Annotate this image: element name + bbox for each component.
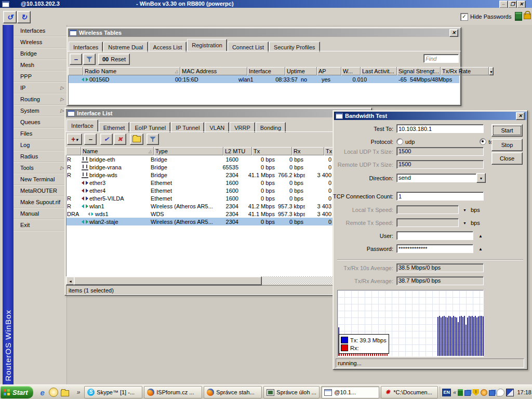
clock-icon[interactable] — [49, 388, 58, 397]
col-flags[interactable] — [68, 67, 83, 75]
col-type[interactable]: Type — [154, 147, 223, 155]
start-button[interactable]: Start — [491, 124, 523, 137]
tab-eoip-tunnel[interactable]: EoIP Tunnel — [130, 122, 170, 132]
collapse-up-icon[interactable] — [478, 246, 483, 251]
filter-button[interactable] — [147, 134, 159, 145]
sidebar-item-mesh[interactable]: Mesh — [14, 59, 66, 71]
close-dialog-button[interactable]: Close — [491, 152, 523, 165]
maximize-button[interactable] — [508, 1, 517, 8]
disable-button[interactable] — [114, 134, 126, 145]
undo-button[interactable] — [3, 11, 17, 23]
wireless-tables-titlebar[interactable]: Wireless Tables — [68, 29, 460, 37]
direction-select[interactable]: send — [396, 174, 476, 182]
sidebar-item-new-terminal[interactable]: New Terminal — [14, 174, 66, 185]
more-toolbar-button[interactable] — [77, 389, 81, 395]
sidebar-item-interfaces[interactable]: Interfaces — [14, 25, 66, 36]
col-l2mtu[interactable]: L2 MTU — [223, 147, 252, 155]
hscrollbar[interactable] — [66, 276, 370, 284]
table-row[interactable]: R ether5-VILDA Ethemet 1600 0 bps 0 bps … — [66, 194, 370, 202]
task-winbox[interactable]: @10.1... — [321, 386, 379, 398]
enable-button[interactable] — [100, 134, 113, 145]
start-button[interactable]: Start — [1, 386, 33, 398]
tab-vrrp[interactable]: VRRP — [230, 122, 255, 132]
sidebar-item-make-supout[interactable]: Make Supout.rif — [14, 196, 66, 208]
add-button[interactable] — [67, 134, 82, 145]
tray-safe-icon[interactable] — [458, 389, 463, 396]
find-input[interactable] — [423, 54, 459, 63]
registration-row[interactable]: 00156D 00:15:6D wlan1 08:33:57 no yes 0.… — [69, 75, 459, 83]
col-txrx-rate[interactable]: Tx/Rx Rate — [441, 67, 489, 75]
user-input[interactable] — [396, 231, 473, 240]
table-row[interactable]: R bridge-wds Bridge 2304 41.1 Mbps 766.2… — [66, 171, 370, 179]
main-titlebar[interactable]: @10.103.202.3 - WinBox v3.30 on RB800 (p… — [0, 0, 532, 8]
sidebar-item-tools[interactable]: Tools — [14, 162, 66, 174]
sidebar-item-ppp[interactable]: PPP — [14, 71, 66, 82]
tab-ethernet[interactable]: Ethernet — [99, 122, 130, 132]
tray-chevron-button[interactable] — [453, 389, 456, 395]
sidebar-item-wireless[interactable]: Wireless — [14, 36, 66, 48]
col-interface[interactable]: Interface — [247, 67, 285, 75]
chevron-down-icon[interactable] — [463, 220, 467, 225]
tab-bonding[interactable]: Bonding — [256, 122, 286, 132]
sidebar-item-manual[interactable]: Manual — [14, 208, 66, 219]
stop-button[interactable]: Stop — [491, 139, 523, 151]
table-row[interactable]: DRA wds1 WDS 2304 41.1 Mbps 957.3 kbps 3… — [66, 210, 370, 218]
table-row-selected[interactable]: wlan2-staje Wireless (Atheros AR5... 230… — [66, 218, 370, 225]
task-download-manager[interactable]: Správce stah... — [204, 386, 262, 398]
reset-button[interactable]: 00 Reset — [98, 54, 130, 65]
tray-network2-icon[interactable] — [489, 390, 495, 396]
close-button[interactable] — [516, 112, 525, 120]
password-input[interactable] — [396, 244, 473, 253]
tab-security-profiles[interactable]: Security Profiles — [269, 42, 320, 52]
col-ap[interactable]: AP — [317, 67, 341, 75]
tray-antivirus-icon[interactable] — [506, 389, 514, 396]
table-row[interactable]: R wlan1 Wireless (Atheros AR5... 2304 41… — [66, 202, 370, 210]
ie-icon[interactable]: e — [38, 388, 47, 396]
sidebar-item-exit[interactable]: Exit — [14, 219, 66, 231]
hide-passwords-checkbox[interactable]: ✓ — [460, 13, 468, 21]
test-to-input[interactable] — [396, 124, 484, 133]
col-tx[interactable]: Tx — [252, 147, 292, 155]
column-select-button[interactable] — [489, 67, 494, 75]
tab-nstreme-dual[interactable]: Nstreme Dual — [103, 42, 148, 52]
sidebar-item-queues[interactable]: Queues — [14, 116, 66, 128]
minimize-button[interactable] — [499, 1, 508, 8]
chevron-down-icon[interactable] — [463, 207, 467, 212]
col-rx[interactable]: Rx — [292, 147, 324, 155]
tab-interfaces[interactable]: Interfaces — [69, 42, 103, 52]
close-button[interactable] — [517, 1, 526, 8]
sidebar-item-ip[interactable]: IP — [14, 82, 66, 94]
sidebar-item-bridge[interactable]: Bridge — [14, 48, 66, 59]
task-skype[interactable]: Skype™ [1] -... — [84, 386, 142, 398]
task-document[interactable]: *C:\Documen... — [381, 386, 438, 398]
tcp-count-input[interactable] — [396, 192, 484, 201]
collapse-up-icon[interactable] — [478, 233, 483, 238]
direction-dropdown-button[interactable] — [476, 173, 486, 183]
table-row[interactable]: R bridge-eth Bridge 1600 0 bps 0 bps 0 — [66, 155, 370, 163]
table-row[interactable]: ether3 Ethemet 1600 0 bps 0 bps 0 — [66, 179, 370, 187]
filter-button[interactable] — [83, 54, 96, 65]
task-ispforum[interactable]: ISPforum.cz ... — [144, 386, 202, 398]
tray-shield-icon[interactable]: ! — [472, 389, 479, 396]
tab-connect-list[interactable]: Connect List — [228, 42, 269, 52]
sidebar-item-radius[interactable]: Radius — [14, 151, 66, 162]
table-row[interactable]: R bridge-vrana Bridge 65535 0 bps 0 bps … — [66, 163, 370, 171]
tray-update-icon[interactable] — [481, 389, 487, 396]
col-w[interactable]: W... — [341, 67, 361, 75]
tab-registration[interactable]: Registration — [187, 39, 227, 51]
sidebar-item-routing[interactable]: Routing — [14, 94, 66, 105]
col-uptime[interactable]: Uptime — [285, 67, 317, 75]
sidebar-item-files[interactable]: Files — [14, 128, 66, 139]
tab-vlan[interactable]: VLAN — [205, 122, 229, 132]
interface-list-titlebar[interactable]: Interface List — [66, 109, 370, 117]
col-last-activity[interactable]: Last Activit... — [361, 67, 397, 75]
remove-button[interactable] — [70, 54, 82, 65]
table-row[interactable]: ether4 Ethemet 1600 0 bps 0 bps 0 — [66, 187, 370, 194]
col-radio-name[interactable]: Radio Name△ — [83, 67, 180, 75]
tray-messenger-icon[interactable] — [497, 389, 504, 396]
bandwidth-test-titlebar[interactable]: Bandwidth Test — [334, 112, 526, 120]
tray-clock[interactable]: 17:18 — [517, 389, 531, 395]
col-mac-address[interactable]: MAC Address — [180, 67, 247, 75]
comment-button[interactable] — [130, 134, 143, 145]
task-task-manager[interactable]: Správce úloh ... — [263, 386, 320, 398]
